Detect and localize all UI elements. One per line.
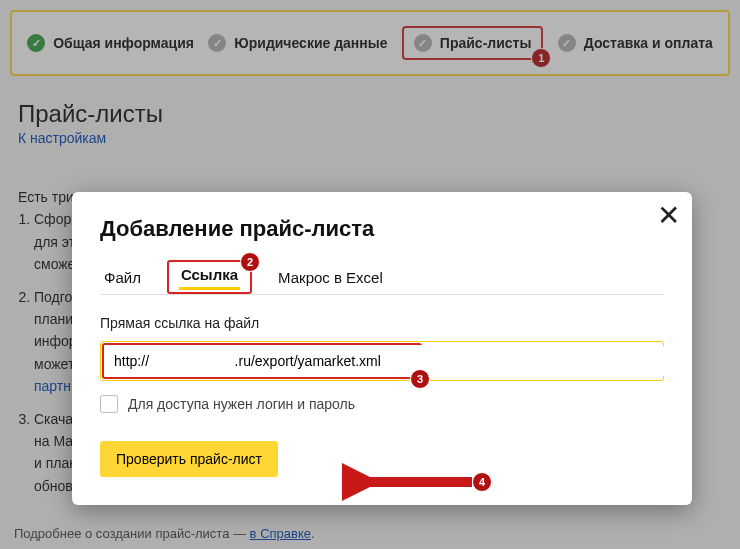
callout-marker-4: 4 — [472, 472, 492, 492]
callout-marker-3: 3 — [410, 369, 430, 389]
arrow-annotation-icon — [342, 462, 482, 502]
step-label: Прайс-листы — [440, 35, 532, 51]
url-input[interactable] — [104, 345, 664, 377]
step-pricelists[interactable]: ✓ Прайс-листы 1 — [402, 26, 544, 60]
step-delivery-payment[interactable]: ✓ Доставка и оплата — [558, 34, 713, 52]
help-link[interactable]: в Справке — [250, 526, 311, 541]
wizard-steps-bar: ✓ Общая информация ✓ Юридические данные … — [10, 10, 730, 76]
step-legal-data[interactable]: ✓ Юридические данные — [208, 34, 387, 52]
auth-checkbox-label: Для доступа нужен логин и пароль — [128, 396, 355, 412]
callout-marker-1: 1 — [531, 48, 551, 68]
footer-help: Подробнее о создании прайс-листа — в Спр… — [14, 526, 315, 541]
callout-marker-2: 2 — [240, 252, 260, 272]
url-input-highlight: 3 — [102, 343, 422, 379]
tab-link-highlight: Ссылка 2 — [167, 260, 252, 294]
step-general-info[interactable]: ✓ Общая информация — [27, 34, 194, 52]
modal-title: Добавление прайс-листа — [100, 216, 664, 242]
modal-tabs: Файл Ссылка 2 Макрос в Excel — [100, 260, 664, 295]
tab-file[interactable]: Файл — [100, 261, 145, 294]
add-pricelist-modal: ✕ Добавление прайс-листа Файл Ссылка 2 М… — [72, 192, 692, 505]
step-label: Общая информация — [53, 35, 194, 51]
check-icon: ✓ — [208, 34, 226, 52]
step-label: Юридические данные — [234, 35, 387, 51]
close-icon[interactable]: ✕ — [657, 202, 680, 230]
url-input-outer: 3 — [100, 341, 664, 381]
url-field-label: Прямая ссылка на файл — [100, 315, 664, 331]
check-icon: ✓ — [414, 34, 432, 52]
check-pricelist-button[interactable]: Проверить прайс-лист — [100, 441, 278, 477]
check-icon: ✓ — [558, 34, 576, 52]
to-settings-link[interactable]: К настройкам — [18, 130, 106, 146]
step-label: Доставка и оплата — [584, 35, 713, 51]
check-icon: ✓ — [27, 34, 45, 52]
tab-link[interactable]: Ссылка — [179, 266, 240, 290]
auth-required-checkbox[interactable] — [100, 395, 118, 413]
tab-excel-macro[interactable]: Макрос в Excel — [274, 261, 387, 294]
page-title: Прайс-листы — [18, 100, 740, 128]
auth-checkbox-row: Для доступа нужен логин и пароль — [100, 395, 664, 413]
